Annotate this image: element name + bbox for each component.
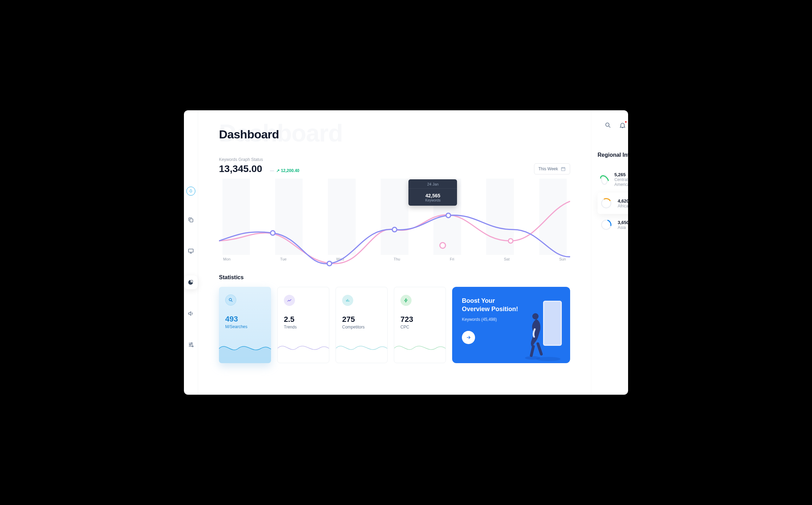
chart-tooltip: 24 Jan 42,565 Keywords [408,179,457,206]
nav-icon-monitor[interactable] [184,244,198,258]
tooltip-label: Keywords [408,198,457,206]
app-window: Dashboard Dashboard Keywords Graph Statu… [184,110,628,395]
calendar-icon [561,166,566,171]
tooltip-value: 42,565 [408,191,457,198]
svg-point-2 [191,343,192,344]
svg-rect-14 [544,302,561,345]
nav-icon-copy[interactable] [184,213,198,227]
boost-arrow-button[interactable] [462,331,475,344]
search-icon[interactable] [604,122,611,129]
graph-header: Keywords Graph Status 13,345.00 —↗ 12,20… [219,157,570,174]
stat-card-cpc[interactable]: 723 CPC [394,287,446,363]
stat-card-competitors[interactable]: 275 Competitors [336,287,388,363]
bolt-icon [400,295,412,306]
region-item-africa[interactable]: 4,620Africa [598,192,628,214]
nav-icon-megaphone[interactable] [184,307,198,320]
svg-point-18 [606,123,609,126]
top-icons [598,119,628,131]
period-selector[interactable]: This Week [534,163,570,174]
stat-card-trends[interactable]: 2.5 Trends [277,287,329,363]
svg-point-6 [271,231,275,235]
svg-point-3 [189,344,191,345]
bars-icon [342,295,353,306]
svg-rect-0 [190,219,193,222]
tooltip-date: 24 Jan [408,179,457,186]
bell-icon[interactable] [619,122,626,129]
graph-subtitle: Keywords Graph Status [219,157,299,162]
svg-point-12 [229,298,231,301]
stats-row: 493 M/Searches 2.5 Trends 275 Competitor… [219,287,570,363]
svg-point-8 [392,227,397,232]
svg-point-4 [192,346,193,347]
nav-icon-droplet[interactable] [186,187,195,196]
nav-icon-sliders[interactable] [184,338,198,352]
nav-icon-pie-chart[interactable] [184,275,198,289]
period-label: This Week [539,166,558,171]
right-column: Regional Interest 5,265Central America 4… [591,110,628,395]
boost-card[interactable]: Boost YourOverview Position! Keywords (4… [452,287,570,363]
stat-card-searches[interactable]: 493 M/Searches [219,287,271,363]
boost-illustration [519,297,564,363]
keywords-chart: 24 Jan 42,565 Keywords [219,179,570,255]
svg-point-7 [327,261,332,266]
main-content: Dashboard Dashboard Keywords Graph Statu… [198,110,591,395]
region-item-asia[interactable]: 3,650Asia [598,214,628,236]
region-item-central-america[interactable]: 5,265Central America [598,166,628,192]
svg-point-17 [532,313,539,319]
sidebar [184,110,198,395]
svg-point-16 [536,357,560,361]
svg-rect-5 [561,168,565,171]
graph-total: 13,345.00 [219,163,262,174]
graph-delta: 12,200.40 [281,168,299,173]
svg-point-11 [508,239,513,243]
svg-point-10 [440,242,446,248]
page-title: Dashboard [219,128,570,141]
trend-icon [284,295,295,306]
chart-lines [219,179,570,292]
svg-rect-1 [188,249,193,252]
regional-heading: Regional Interest [598,152,628,158]
svg-point-9 [446,213,451,218]
search-icon [225,294,236,306]
